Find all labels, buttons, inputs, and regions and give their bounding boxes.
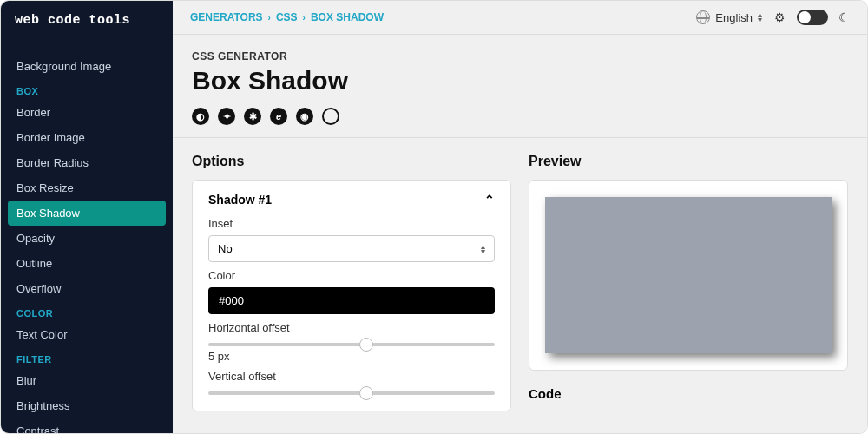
sidebar-item-brightness[interactable]: Brightness <box>1 393 173 418</box>
select-updown-icon: ▴▾ <box>481 244 485 254</box>
browser-support-icons: ◐ ✦ ✱ e ◉ <box>192 108 848 125</box>
v-offset-label: Vertical offset <box>208 370 495 383</box>
firefox-icon: ✦ <box>218 108 235 125</box>
sidebar-nav: Background Image BOX Border Border Image… <box>1 50 173 434</box>
chevron-up-icon: ⌃ <box>484 193 495 207</box>
page-title: Box Shadow <box>192 66 848 95</box>
sidebar-header-color: COLOR <box>1 301 173 322</box>
h-offset-value: 5 px <box>208 350 495 363</box>
sidebar-item-contrast[interactable]: Contrast <box>1 418 173 434</box>
code-title: Code <box>529 386 848 401</box>
preview-shadow-rect <box>545 197 832 353</box>
slider-thumb-icon[interactable] <box>359 386 373 400</box>
options-column: Options Shadow #1 ⌃ Inset No ▴▾ Color #0… <box>192 154 511 419</box>
breadcrumb-css[interactable]: CSS <box>276 11 298 23</box>
h-offset-slider[interactable] <box>208 343 495 346</box>
sidebar-item-opacity[interactable]: Opacity <box>1 226 173 251</box>
sidebar-item-border-image[interactable]: Border Image <box>1 125 173 150</box>
sidebar-item-overflow[interactable]: Overflow <box>1 276 173 301</box>
edge-icon: ◉ <box>296 108 313 125</box>
globe-icon <box>696 10 710 24</box>
sidebar-header-filter: FILTER <box>1 347 173 368</box>
preview-column: Preview Code <box>529 154 848 419</box>
content-columns: Options Shadow #1 ⌃ Inset No ▴▾ Color #0… <box>173 138 867 434</box>
sidebar-item-box-shadow[interactable]: Box Shadow <box>8 201 166 226</box>
page-eyebrow: CSS GENERATOR <box>192 50 848 62</box>
moon-icon: ☾ <box>838 10 850 24</box>
chrome-icon: ◐ <box>192 108 209 125</box>
color-picker[interactable]: #000 <box>208 287 495 314</box>
v-offset-slider[interactable] <box>208 391 495 395</box>
color-value: #000 <box>219 294 244 307</box>
breadcrumb-generators[interactable]: GENERATORS <box>190 11 263 23</box>
sidebar-item-outline[interactable]: Outline <box>1 251 173 276</box>
app-logo[interactable]: web code tools <box>1 1 173 36</box>
h-offset-label: Horizontal offset <box>208 321 495 334</box>
language-label: English <box>715 11 753 24</box>
theme-toggle[interactable] <box>797 10 828 25</box>
sidebar: web code tools Background Image BOX Bord… <box>1 1 173 434</box>
gear-icon[interactable]: ⚙ <box>773 10 786 24</box>
topbar: GENERATORS › CSS › BOX SHADOW English ▴▾… <box>173 1 867 35</box>
breadcrumb-box-shadow[interactable]: BOX SHADOW <box>311 11 384 23</box>
topbar-actions: English ▴▾ ⚙ ☾ <box>696 10 850 25</box>
sidebar-header-box: BOX <box>1 79 173 100</box>
preview-title: Preview <box>529 154 848 169</box>
sidebar-item-box-resize[interactable]: Box Resize <box>1 175 173 201</box>
inset-label: Inset <box>208 217 495 230</box>
preview-panel <box>529 180 848 371</box>
inset-value: No <box>218 242 233 255</box>
sidebar-item-text-color[interactable]: Text Color <box>1 322 173 347</box>
ie-icon: e <box>270 108 287 125</box>
chevron-right-icon: › <box>268 13 271 23</box>
shadow-panel: Shadow #1 ⌃ Inset No ▴▾ Color #000 Horiz… <box>192 180 511 411</box>
shadow-panel-title: Shadow #1 <box>208 193 272 207</box>
shadow-panel-header[interactable]: Shadow #1 ⌃ <box>208 193 495 207</box>
options-title: Options <box>192 154 511 169</box>
breadcrumb: GENERATORS › CSS › BOX SHADOW <box>190 11 384 23</box>
sidebar-item-border[interactable]: Border <box>1 100 173 125</box>
opera-icon <box>322 108 339 125</box>
language-selector[interactable]: English ▴▾ <box>696 10 762 24</box>
safari-icon: ✱ <box>244 108 261 125</box>
sidebar-item-blur[interactable]: Blur <box>1 368 173 393</box>
sort-icon: ▴▾ <box>758 12 762 23</box>
color-label: Color <box>208 269 495 282</box>
main-content: GENERATORS › CSS › BOX SHADOW English ▴▾… <box>173 1 867 434</box>
inset-select[interactable]: No ▴▾ <box>208 235 495 262</box>
sidebar-item-border-radius[interactable]: Border Radius <box>1 150 173 175</box>
sidebar-item-background-image[interactable]: Background Image <box>1 54 173 79</box>
slider-thumb-icon[interactable] <box>359 338 373 352</box>
chevron-right-icon: › <box>303 13 306 23</box>
page-header: CSS GENERATOR Box Shadow ◐ ✦ ✱ e ◉ <box>173 35 867 138</box>
